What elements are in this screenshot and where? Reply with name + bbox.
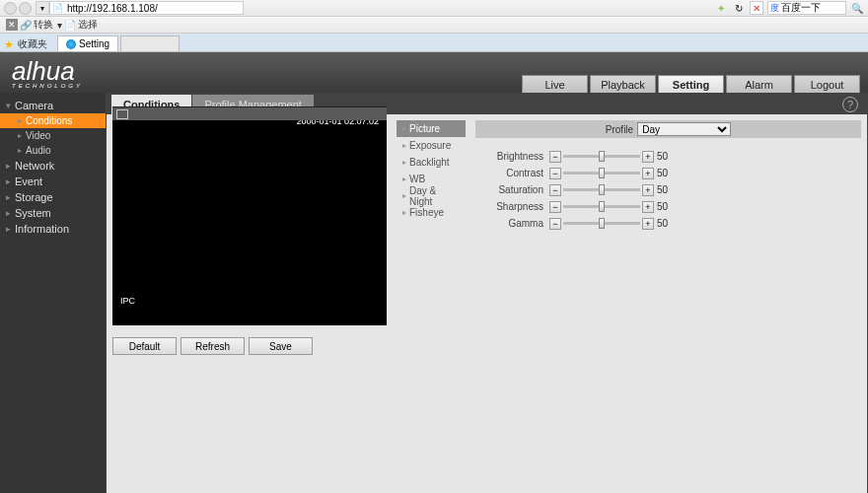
browser-links-bar: ✕ 🔗 转换 ▾ 📄 选择	[0, 17, 868, 34]
app-header: alhuaTECHNOLOGY Live Playback Setting Al…	[0, 52, 868, 93]
page-icon: 📄	[52, 3, 63, 13]
sidebar-storage[interactable]: Storage	[0, 189, 106, 205]
brightness-plus-button[interactable]: +	[642, 151, 654, 163]
brightness-slider[interactable]	[563, 155, 640, 158]
gamma-value: 50	[657, 218, 675, 229]
links-icon1: 🔗	[20, 20, 32, 31]
gamma-minus-button[interactable]: −	[549, 218, 561, 230]
fullscreen-icon[interactable]	[116, 109, 128, 119]
logo: alhuaTECHNOLOGY	[12, 56, 83, 89]
contrast-label: Contrast	[475, 168, 549, 178]
sharpness-row: Sharpness − + 50	[475, 198, 861, 215]
profile-label: Profile	[606, 124, 633, 135]
browser-address-bar: ▾ 📄 http://192.168.1.108/ ✦ ↻ ✕ 度 百度一下 🔍	[0, 0, 868, 17]
video-control-bar	[112, 106, 387, 120]
nav-back-button[interactable]	[4, 2, 17, 15]
contrast-value: 50	[657, 168, 675, 178]
profile-select[interactable]: Day	[637, 122, 731, 136]
contrast-row: Contrast − + 50	[475, 165, 861, 181]
ie-icon	[66, 39, 76, 49]
browser-tabs-bar: ★ 收藏夹 Setting	[0, 34, 868, 52]
contrast-plus-button[interactable]: +	[642, 168, 654, 179]
sidebar-network[interactable]: Network	[0, 158, 106, 174]
contrast-slider[interactable]	[563, 172, 640, 175]
saturation-value: 50	[657, 184, 675, 195]
sharpness-value: 50	[657, 201, 675, 212]
nav-forward-button[interactable]	[19, 2, 32, 15]
brightness-minus-button[interactable]: −	[549, 151, 561, 163]
menu-daynight[interactable]: Day & Night	[397, 187, 466, 204]
video-preview: 2000-01-01 02:07:02 IPC	[112, 106, 387, 325]
brightness-value: 50	[657, 151, 675, 162]
help-icon[interactable]: ?	[842, 97, 858, 112]
sharpness-minus-button[interactable]: −	[549, 201, 561, 213]
sidebar-system[interactable]: System	[0, 205, 106, 221]
refresh-button[interactable]: Refresh	[181, 337, 245, 355]
sidebar-information[interactable]: Information	[0, 221, 106, 237]
links-icon2: 📄	[64, 20, 76, 31]
compat-icon[interactable]: ✦	[714, 1, 728, 15]
video-label: IPC	[120, 296, 135, 306]
menu-backlight[interactable]: Backlight	[397, 154, 466, 171]
refresh-icon[interactable]: ↻	[732, 1, 746, 15]
sharpness-label: Sharpness	[475, 201, 549, 212]
save-button[interactable]: Save	[249, 337, 313, 355]
contrast-minus-button[interactable]: −	[549, 168, 561, 179]
sidebar-event[interactable]: Event	[0, 174, 106, 189]
links-select[interactable]: 选择	[78, 18, 98, 32]
nav-playback[interactable]: Playback	[590, 75, 656, 93]
brightness-row: Brightness − + 50	[475, 148, 861, 165]
saturation-plus-button[interactable]: +	[642, 184, 654, 196]
favorites-star-icon[interactable]: ★	[4, 38, 14, 51]
gamma-row: Gamma − + 50	[475, 215, 861, 232]
favorites-label[interactable]: 收藏夹	[18, 37, 47, 51]
default-button[interactable]: Default	[112, 337, 177, 355]
gamma-slider[interactable]	[563, 222, 640, 225]
nav-setting[interactable]: Setting	[658, 75, 724, 93]
links-convert[interactable]: 转换	[34, 18, 53, 32]
sharpness-plus-button[interactable]: +	[642, 201, 654, 213]
sidebar-conditions[interactable]: Conditions	[0, 113, 106, 128]
saturation-label: Saturation	[475, 184, 549, 195]
tab-blank[interactable]	[120, 35, 180, 51]
menu-picture[interactable]: Picture	[397, 120, 466, 137]
nav-live[interactable]: Live	[522, 75, 588, 93]
sidebar-video[interactable]: Video	[0, 128, 106, 143]
tab-setting[interactable]: Setting	[57, 35, 118, 51]
stop-icon[interactable]: ✕	[750, 1, 763, 15]
saturation-row: Saturation − + 50	[475, 181, 861, 198]
sharpness-slider[interactable]	[563, 205, 640, 208]
picture-menu: Picture Exposure Backlight WB Day & Nigh…	[397, 120, 466, 493]
search-go-icon[interactable]: 🔍	[850, 1, 864, 15]
search-input[interactable]: 度 百度一下	[767, 1, 846, 15]
gamma-plus-button[interactable]: +	[642, 218, 654, 230]
saturation-minus-button[interactable]: −	[549, 184, 561, 196]
sidebar-camera[interactable]: Camera	[0, 98, 106, 113]
close-bar-icon[interactable]: ✕	[6, 19, 18, 31]
profile-bar: Profile Day	[475, 120, 861, 138]
gamma-label: Gamma	[475, 218, 549, 229]
sidebar: Camera Conditions Video Audio Network Ev…	[0, 93, 106, 493]
saturation-slider[interactable]	[563, 188, 640, 191]
nav-alarm[interactable]: Alarm	[726, 75, 792, 93]
menu-fisheye[interactable]: Fisheye	[397, 204, 466, 221]
nav-logout[interactable]: Logout	[794, 75, 860, 93]
url-dropdown-icon[interactable]: ▾	[36, 1, 49, 15]
menu-exposure[interactable]: Exposure	[397, 137, 466, 154]
url-input[interactable]: http://192.168.1.108/	[63, 3, 241, 14]
brightness-label: Brightness	[475, 151, 549, 162]
sidebar-audio[interactable]: Audio	[0, 143, 106, 158]
